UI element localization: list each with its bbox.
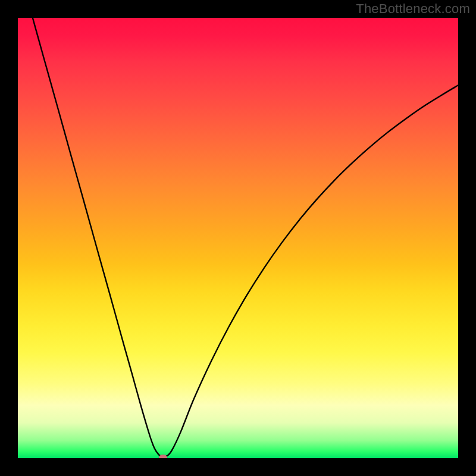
optimum-marker [159,455,167,458]
plot-area [18,18,458,458]
chart-frame: TheBottleneck.com [0,0,476,476]
watermark-text: TheBottleneck.com [356,1,470,17]
curve-svg [18,18,458,458]
bottleneck-curve [18,18,458,458]
